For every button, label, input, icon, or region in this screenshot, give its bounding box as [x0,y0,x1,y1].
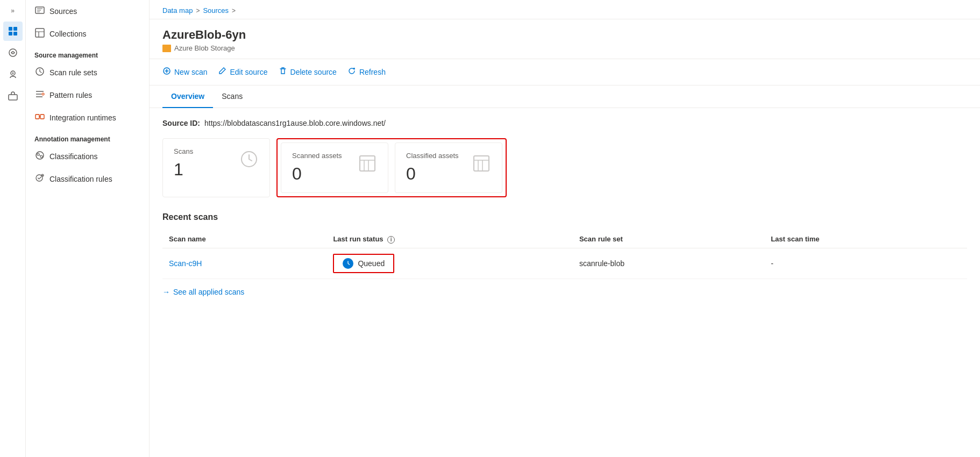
sidebar-item-sources[interactable]: Sources [26,0,149,23]
source-id-value: https://blobdatascans1rg1ause.blob.core.… [204,119,386,127]
svg-rect-9 [35,28,44,37]
toolbar: New scan Edit source Delete source [150,59,980,85]
new-scan-button[interactable]: New scan [162,65,207,80]
col-last-run-status: Last run status i [326,231,573,248]
svg-point-4 [9,49,17,56]
glossary-icon[interactable] [3,65,23,84]
delete-source-icon [279,67,287,77]
status-cell: Queued [326,248,573,279]
expand-button[interactable]: » [3,4,23,17]
new-scan-label: New scan [174,68,207,76]
rule-set-cell: scanrule-blob [573,248,764,279]
breadcrumb-sep-2: > [232,7,236,15]
source-id-row: Source ID: https://blobdatascans1rg1ause… [162,119,967,127]
integration-runtimes-icon [34,112,45,124]
pattern-rules-label: Pattern rules [49,91,92,99]
highlighted-cards-group: Scanned assets 0 Classified assets 0 [276,138,507,197]
breadcrumb-sep-1: > [196,7,200,15]
classified-assets-icon [472,154,491,177]
see-all-link[interactable]: → See all applied scans [162,288,967,296]
scan-name-cell: Scan-c9H [162,248,326,279]
page-subtitle: Azure Blob Storage [162,44,967,52]
source-id-label: Source ID: [162,119,200,127]
new-scan-icon [162,67,171,77]
sidebar-item-integration-runtimes[interactable]: Integration runtimes [26,106,149,129]
sources-icon [34,5,45,17]
sources-label: Sources [49,7,77,16]
overview-section: Source ID: https://blobdatascans1rg1ause… [150,108,980,307]
table-row: Scan-c9H Queued [162,248,967,279]
refresh-icon [347,67,356,77]
col-last-scan-time: Last scan time [764,231,967,248]
classified-assets-label: Classified assets [406,152,459,160]
page-header: AzureBlob-6yn Azure Blob Storage [150,19,980,59]
breadcrumb-sources[interactable]: Sources [203,6,229,15]
sidebar-item-classification-rules[interactable]: Classification rules [26,168,149,190]
sidebar-item-pattern-rules[interactable]: Pattern rules [26,84,149,106]
svg-rect-22 [474,156,489,171]
tab-scans[interactable]: Scans [213,85,251,108]
recent-scans-title: Recent scans [162,212,967,222]
classifications-icon [34,151,45,162]
page-title: AzureBlob-6yn [162,28,967,42]
integration-runtimes-label: Integration runtimes [49,113,116,122]
edit-source-button[interactable]: Edit source [218,65,267,80]
sidebar-item-scan-rule-sets[interactable]: Scan rule sets [26,61,149,84]
main-content: Data map > Sources > AzureBlob-6yn Azure… [150,0,980,457]
last-scan-time-cell: - [764,248,967,279]
queued-icon [343,258,353,269]
collections-icon [34,28,45,40]
storage-icon [162,45,171,52]
scan-rule-sets-label: Scan rule sets [49,68,97,77]
scan-rule-sets-icon [34,67,45,78]
scanned-assets-label: Scanned assets [292,152,342,160]
scanned-assets-value: 0 [292,164,342,184]
svg-rect-1 [13,27,17,31]
svg-point-15 [37,153,39,155]
sidebar: Sources Collections Source management Sc… [26,0,150,457]
refresh-button[interactable]: Refresh [347,65,386,80]
svg-rect-21 [360,156,375,171]
svg-rect-0 [9,27,12,31]
col-scan-rule-set: Scan rule set [573,231,764,248]
status-highlight-box: Queued [333,254,394,273]
refresh-label: Refresh [359,68,386,76]
svg-rect-7 [9,95,17,100]
scans-card-icon [239,149,259,173]
col-scan-name: Scan name [162,231,326,248]
insight-icon[interactable] [3,43,23,62]
source-management-label: Source management [26,45,149,61]
sidebar-item-classifications[interactable]: Classifications [26,145,149,168]
status-text: Queued [358,259,385,268]
scans-card-value: 1 [174,160,193,180]
collections-label: Collections [49,30,86,38]
data-catalog-icon[interactable] [3,22,23,41]
toolbox-icon[interactable] [3,86,23,105]
svg-rect-13 [40,115,44,119]
tab-overview[interactable]: Overview [162,85,213,108]
scanned-assets-card: Scanned assets 0 [281,142,388,193]
scan-link[interactable]: Scan-c9H [169,259,202,268]
scanned-assets-icon [358,154,377,177]
subtitle-text: Azure Blob Storage [174,44,235,52]
stats-row: Scans 1 Scanned assets 0 [162,138,967,197]
classified-assets-card: Classified assets 0 [395,142,502,193]
edit-source-label: Edit source [230,68,267,76]
classified-assets-value: 0 [406,164,459,184]
scans-table: Scan name Last run status i Scan rule se… [162,231,967,279]
sidebar-item-collections[interactable]: Collections [26,23,149,45]
svg-rect-2 [9,32,12,35]
delete-source-button[interactable]: Delete source [279,65,337,80]
see-all-label: See all applied scans [173,288,244,296]
classifications-label: Classifications [49,152,97,161]
svg-point-11 [42,93,44,95]
pattern-rules-icon [34,89,45,101]
breadcrumb: Data map > Sources > [150,0,980,19]
svg-point-16 [40,155,42,158]
edit-source-icon [218,67,226,77]
status-info-icon[interactable]: i [387,236,395,244]
arrow-icon: → [162,288,170,296]
scans-card-label: Scans [174,147,193,155]
svg-rect-3 [13,32,17,35]
breadcrumb-data-map[interactable]: Data map [162,6,193,15]
